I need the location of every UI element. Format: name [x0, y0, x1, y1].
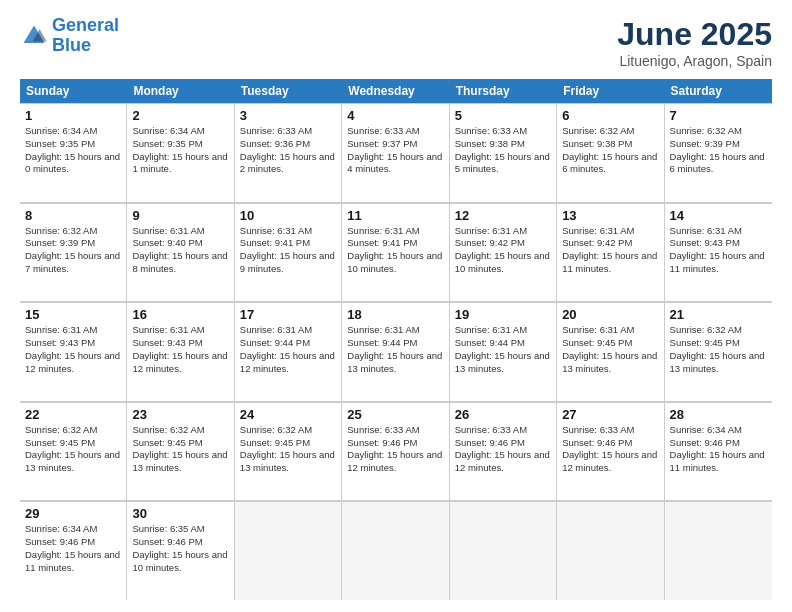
calendar-row-4: 22Sunrise: 6:32 AMSunset: 9:45 PMDayligh… — [20, 402, 772, 502]
daylight-text: Daylight: 15 hours and 6 minutes. — [670, 151, 767, 177]
calendar-cell-w4-d6: 27Sunrise: 6:33 AMSunset: 9:46 PMDayligh… — [557, 402, 664, 501]
day-number: 10 — [240, 208, 336, 223]
day-number: 17 — [240, 307, 336, 322]
header-tuesday: Tuesday — [235, 79, 342, 103]
day-number: 26 — [455, 407, 551, 422]
daylight-text: Daylight: 15 hours and 5 minutes. — [455, 151, 551, 177]
header: General Blue June 2025 Lituenigo, Aragon… — [20, 16, 772, 69]
sunrise-text: Sunrise: 6:33 AM — [347, 424, 443, 437]
sunrise-text: Sunrise: 6:31 AM — [562, 324, 658, 337]
calendar-cell-w3-d5: 19Sunrise: 6:31 AMSunset: 9:44 PMDayligh… — [450, 302, 557, 401]
calendar-row-5: 29Sunrise: 6:34 AMSunset: 9:46 PMDayligh… — [20, 501, 772, 600]
sunrise-text: Sunrise: 6:31 AM — [132, 324, 228, 337]
logo: General Blue — [20, 16, 119, 56]
calendar-cell-w2-d4: 11Sunrise: 6:31 AMSunset: 9:41 PMDayligh… — [342, 203, 449, 302]
sunrise-text: Sunrise: 6:32 AM — [25, 424, 121, 437]
calendar-cell-w4-d4: 25Sunrise: 6:33 AMSunset: 9:46 PMDayligh… — [342, 402, 449, 501]
sunset-text: Sunset: 9:45 PM — [240, 437, 336, 450]
calendar-cell-w3-d2: 16Sunrise: 6:31 AMSunset: 9:43 PMDayligh… — [127, 302, 234, 401]
calendar-cell-w1-d3: 3Sunrise: 6:33 AMSunset: 9:36 PMDaylight… — [235, 103, 342, 202]
calendar-cell-w5-d1: 29Sunrise: 6:34 AMSunset: 9:46 PMDayligh… — [20, 501, 127, 600]
calendar-cell-w1-d1: 1Sunrise: 6:34 AMSunset: 9:35 PMDaylight… — [20, 103, 127, 202]
calendar: Sunday Monday Tuesday Wednesday Thursday… — [20, 79, 772, 600]
sunset-text: Sunset: 9:43 PM — [670, 237, 767, 250]
day-number: 19 — [455, 307, 551, 322]
sunset-text: Sunset: 9:46 PM — [25, 536, 121, 549]
sunset-text: Sunset: 9:39 PM — [25, 237, 121, 250]
sunrise-text: Sunrise: 6:32 AM — [562, 125, 658, 138]
sunrise-text: Sunrise: 6:31 AM — [25, 324, 121, 337]
day-number: 8 — [25, 208, 121, 223]
sunset-text: Sunset: 9:44 PM — [347, 337, 443, 350]
day-number: 22 — [25, 407, 121, 422]
day-number: 27 — [562, 407, 658, 422]
header-thursday: Thursday — [450, 79, 557, 103]
sunrise-text: Sunrise: 6:34 AM — [25, 523, 121, 536]
calendar-cell-w4-d2: 23Sunrise: 6:32 AMSunset: 9:45 PMDayligh… — [127, 402, 234, 501]
sunset-text: Sunset: 9:44 PM — [240, 337, 336, 350]
day-number: 24 — [240, 407, 336, 422]
calendar-cell-w5-d5 — [450, 501, 557, 600]
daylight-text: Daylight: 15 hours and 9 minutes. — [240, 250, 336, 276]
day-number: 21 — [670, 307, 767, 322]
daylight-text: Daylight: 15 hours and 13 minutes. — [240, 449, 336, 475]
daylight-text: Daylight: 15 hours and 11 minutes. — [25, 549, 121, 575]
calendar-cell-w2-d3: 10Sunrise: 6:31 AMSunset: 9:41 PMDayligh… — [235, 203, 342, 302]
sunrise-text: Sunrise: 6:31 AM — [455, 225, 551, 238]
sunset-text: Sunset: 9:43 PM — [132, 337, 228, 350]
day-number: 6 — [562, 108, 658, 123]
sunset-text: Sunset: 9:41 PM — [347, 237, 443, 250]
calendar-cell-w2-d1: 8Sunrise: 6:32 AMSunset: 9:39 PMDaylight… — [20, 203, 127, 302]
calendar-cell-w3-d1: 15Sunrise: 6:31 AMSunset: 9:43 PMDayligh… — [20, 302, 127, 401]
sunset-text: Sunset: 9:42 PM — [562, 237, 658, 250]
sunrise-text: Sunrise: 6:31 AM — [455, 324, 551, 337]
daylight-text: Daylight: 15 hours and 12 minutes. — [132, 350, 228, 376]
subtitle: Lituenigo, Aragon, Spain — [617, 53, 772, 69]
day-number: 18 — [347, 307, 443, 322]
sunrise-text: Sunrise: 6:33 AM — [562, 424, 658, 437]
sunrise-text: Sunrise: 6:33 AM — [240, 125, 336, 138]
daylight-text: Daylight: 15 hours and 8 minutes. — [132, 250, 228, 276]
daylight-text: Daylight: 15 hours and 0 minutes. — [25, 151, 121, 177]
sunset-text: Sunset: 9:43 PM — [25, 337, 121, 350]
day-number: 9 — [132, 208, 228, 223]
calendar-row-3: 15Sunrise: 6:31 AMSunset: 9:43 PMDayligh… — [20, 302, 772, 402]
daylight-text: Daylight: 15 hours and 11 minutes. — [562, 250, 658, 276]
sunrise-text: Sunrise: 6:34 AM — [670, 424, 767, 437]
sunrise-text: Sunrise: 6:31 AM — [240, 324, 336, 337]
daylight-text: Daylight: 15 hours and 6 minutes. — [562, 151, 658, 177]
sunset-text: Sunset: 9:45 PM — [562, 337, 658, 350]
calendar-cell-w3-d3: 17Sunrise: 6:31 AMSunset: 9:44 PMDayligh… — [235, 302, 342, 401]
header-friday: Friday — [557, 79, 664, 103]
calendar-cell-w2-d6: 13Sunrise: 6:31 AMSunset: 9:42 PMDayligh… — [557, 203, 664, 302]
calendar-row-1: 1Sunrise: 6:34 AMSunset: 9:35 PMDaylight… — [20, 103, 772, 203]
daylight-text: Daylight: 15 hours and 12 minutes. — [455, 449, 551, 475]
daylight-text: Daylight: 15 hours and 12 minutes. — [25, 350, 121, 376]
sunset-text: Sunset: 9:38 PM — [562, 138, 658, 151]
calendar-body: 1Sunrise: 6:34 AMSunset: 9:35 PMDaylight… — [20, 103, 772, 600]
daylight-text: Daylight: 15 hours and 12 minutes. — [347, 449, 443, 475]
sunset-text: Sunset: 9:40 PM — [132, 237, 228, 250]
daylight-text: Daylight: 15 hours and 1 minute. — [132, 151, 228, 177]
day-number: 15 — [25, 307, 121, 322]
daylight-text: Daylight: 15 hours and 13 minutes. — [25, 449, 121, 475]
daylight-text: Daylight: 15 hours and 13 minutes. — [132, 449, 228, 475]
day-number: 29 — [25, 506, 121, 521]
sunset-text: Sunset: 9:39 PM — [670, 138, 767, 151]
sunrise-text: Sunrise: 6:35 AM — [132, 523, 228, 536]
calendar-cell-w5-d7 — [665, 501, 772, 600]
sunset-text: Sunset: 9:46 PM — [347, 437, 443, 450]
sunset-text: Sunset: 9:46 PM — [670, 437, 767, 450]
sunset-text: Sunset: 9:45 PM — [132, 437, 228, 450]
day-number: 7 — [670, 108, 767, 123]
sunrise-text: Sunrise: 6:31 AM — [670, 225, 767, 238]
daylight-text: Daylight: 15 hours and 13 minutes. — [347, 350, 443, 376]
calendar-cell-w4-d5: 26Sunrise: 6:33 AMSunset: 9:46 PMDayligh… — [450, 402, 557, 501]
sunrise-text: Sunrise: 6:34 AM — [25, 125, 121, 138]
calendar-cell-w3-d6: 20Sunrise: 6:31 AMSunset: 9:45 PMDayligh… — [557, 302, 664, 401]
daylight-text: Daylight: 15 hours and 10 minutes. — [347, 250, 443, 276]
calendar-row-2: 8Sunrise: 6:32 AMSunset: 9:39 PMDaylight… — [20, 203, 772, 303]
sunrise-text: Sunrise: 6:32 AM — [670, 324, 767, 337]
header-saturday: Saturday — [665, 79, 772, 103]
daylight-text: Daylight: 15 hours and 11 minutes. — [670, 250, 767, 276]
